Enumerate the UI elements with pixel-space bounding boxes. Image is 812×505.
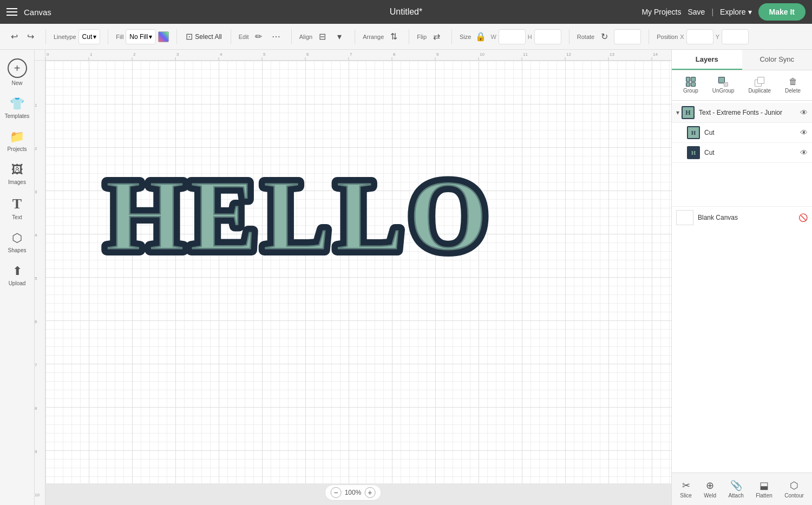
templates-icon: 👕 — [10, 97, 24, 111]
ruler-top: 0 1 2 3 4 5 6 7 8 — [45, 50, 671, 61]
grid-canvas: .hello-fill { fill: #8ab5a7; } .hello-st… — [45, 61, 671, 483]
x-input[interactable] — [686, 29, 713, 44]
sidebar-new-label: New — [11, 80, 22, 86]
make-it-button[interactable]: Make It — [758, 3, 806, 21]
arrange-button[interactable]: ⇅ — [386, 29, 401, 44]
canvas-label: Canvas — [24, 8, 51, 17]
sidebar-item-templates[interactable]: 👕 Templates — [2, 93, 32, 123]
undo-button[interactable]: ↩ — [6, 29, 22, 44]
lock-icon: 🔒 — [473, 29, 488, 44]
sidebar-templates-label: Templates — [5, 113, 30, 119]
linetype-label: Linetype — [54, 34, 76, 40]
rotate-label: Rotate — [577, 34, 594, 40]
sidebar-upload-label: Upload — [9, 280, 26, 286]
tab-color-sync[interactable]: Color Sync — [742, 50, 813, 70]
svg-text:7: 7 — [35, 363, 37, 368]
width-input[interactable] — [499, 29, 526, 44]
align-group: Align ⊟ ▾ — [297, 29, 349, 44]
save-button[interactable]: Save — [688, 8, 705, 16]
duplicate-tool[interactable]: Duplicate — [744, 75, 775, 96]
layer-group-header[interactable]: ▾ H Text - Extreme Fonts - Junior 👁 — [672, 103, 812, 123]
sidebar-item-text[interactable]: T Text — [2, 192, 32, 225]
y-input[interactable] — [722, 29, 749, 44]
rotate-group: Rotate ↻ — [575, 29, 643, 44]
layer-thumb-light: H — [687, 126, 700, 139]
hamburger-menu[interactable] — [6, 8, 17, 16]
contour-button[interactable]: ⬡ Contour — [781, 477, 807, 501]
svg-text:5: 5 — [35, 276, 37, 281]
sidebar-projects-label: Projects — [7, 146, 27, 152]
panel-tabs: Layers Color Sync — [672, 50, 812, 70]
layer-2-visibility-icon[interactable]: 👁 — [800, 148, 808, 157]
ruler-left: 1 2 3 4 5 6 7 8 9 10 — [35, 61, 45, 505]
svg-text:8: 8 — [393, 52, 396, 57]
redo-button[interactable]: ↪ — [23, 29, 38, 44]
arrange-label: Arrange — [363, 34, 384, 40]
ungroup-tool[interactable]: UnGroup — [708, 75, 739, 96]
sidebar-shapes-label: Shapes — [8, 247, 27, 253]
edit-more-button[interactable]: ⋯ — [269, 29, 284, 44]
undo-redo-group: ↩ ↪ — [4, 29, 40, 44]
svg-text:4: 4 — [35, 233, 37, 238]
delete-label: Delete — [785, 88, 801, 94]
svg-text:0: 0 — [47, 52, 49, 57]
svg-text:HELLO: HELLO — [105, 159, 493, 264]
projects-icon: 📁 — [10, 130, 24, 144]
svg-text:1: 1 — [90, 52, 93, 57]
layer-list: ▾ H Text - Extreme Fonts - Junior 👁 H Cu… — [672, 101, 812, 473]
blank-canvas-item[interactable]: Blank Canvas 🚫 — [672, 206, 812, 228]
fill-label: Fill — [116, 34, 123, 40]
sidebar-item-images[interactable]: 🖼 Images — [2, 159, 32, 189]
tab-layers[interactable]: Layers — [672, 50, 742, 70]
explore-button[interactable]: Explore ▾ — [720, 8, 751, 16]
flatten-button[interactable]: ⬓ Flatten — [752, 477, 776, 501]
canvas-area[interactable]: 0 1 2 3 4 5 6 7 8 — [35, 50, 671, 505]
svg-text:1: 1 — [35, 103, 37, 108]
slice-button[interactable]: ✂ Slice — [677, 477, 695, 501]
svg-text:10: 10 — [35, 493, 40, 497]
hello-text-svg[interactable]: .hello-fill { fill: #8ab5a7; } .hello-st… — [100, 145, 587, 264]
rotate-input[interactable] — [614, 29, 641, 44]
my-projects-link[interactable]: My Projects — [641, 8, 681, 16]
linetype-select[interactable]: Cut ▾ — [78, 29, 101, 44]
flip-button[interactable]: ⇄ — [429, 29, 444, 44]
sidebar-item-projects[interactable]: 📁 Projects — [2, 126, 32, 156]
delete-tool[interactable]: 🗑 Delete — [781, 75, 805, 96]
align-button[interactable]: ⊟ — [315, 29, 330, 44]
sidebar-item-new[interactable]: + New — [2, 54, 32, 90]
weld-button[interactable]: ⊕ Weld — [700, 477, 719, 501]
contour-label: Contour — [784, 493, 804, 499]
sidebar-images-label: Images — [8, 179, 26, 185]
zoom-in-button[interactable]: + — [364, 487, 375, 498]
group-tool[interactable]: Group — [679, 75, 703, 96]
contour-icon: ⬡ — [790, 480, 798, 491]
svg-text:3: 3 — [176, 52, 179, 57]
align-chevron[interactable]: ▾ — [332, 29, 347, 44]
blank-canvas-thumb — [676, 210, 693, 225]
images-icon: 🖼 — [11, 163, 23, 177]
position-label: Position — [657, 34, 678, 40]
height-input[interactable] — [534, 29, 561, 44]
fill-color-swatch[interactable] — [158, 31, 169, 42]
fill-select[interactable]: No Fill ▾ — [126, 29, 156, 44]
x-label: X — [680, 34, 684, 40]
select-all-button[interactable]: ⊡ Select All — [182, 29, 225, 44]
blank-canvas-visibility-icon[interactable]: 🚫 — [798, 213, 808, 222]
blank-canvas-name: Blank Canvas — [698, 214, 798, 221]
layer-1-visibility-icon[interactable]: 👁 — [800, 128, 808, 137]
layer-tools: Group UnGroup Duplicate 🗑 Delete — [672, 70, 812, 101]
group-visibility-icon[interactable]: 👁 — [800, 108, 808, 117]
layer-2-name: Cut — [704, 149, 800, 156]
svg-text:11: 11 — [523, 52, 528, 57]
layer-thumb-dark: H — [687, 146, 700, 159]
edit-button[interactable]: ✏ — [251, 29, 266, 44]
svg-text:3: 3 — [35, 189, 37, 194]
zoom-out-button[interactable]: − — [331, 487, 342, 498]
svg-text:2: 2 — [35, 146, 37, 151]
sidebar-item-upload[interactable]: ⬆ Upload — [2, 260, 32, 291]
svg-text:12: 12 — [566, 52, 571, 57]
attach-button[interactable]: 📎 Attach — [725, 477, 746, 501]
sidebar-item-shapes[interactable]: ⬡ Shapes — [2, 227, 32, 258]
layer-item-1[interactable]: H Cut 👁 — [672, 123, 812, 143]
layer-item-2[interactable]: H Cut 👁 — [672, 143, 812, 163]
